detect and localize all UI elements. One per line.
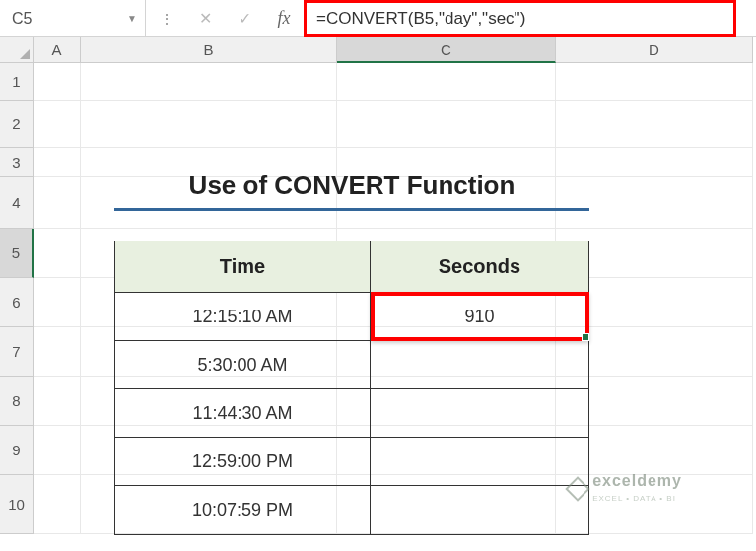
row-header-4[interactable]: 4 (0, 177, 34, 229)
watermark-brand: exceldemy (592, 473, 682, 489)
row-header-1[interactable]: 1 (0, 63, 34, 101)
cell-D1[interactable] (556, 63, 753, 101)
row-header-2[interactable]: 2 (0, 101, 34, 148)
formula-bar-buttons: ⋮ ✕ ✓ fx (146, 0, 304, 37)
row-header-3[interactable]: 3 (0, 148, 34, 177)
row-header-8[interactable]: 8 (0, 377, 34, 426)
cell-A5[interactable] (34, 229, 81, 278)
spreadsheet-grid: 12345678910 ABCD Use of CONVERT Function… (0, 37, 756, 534)
cancel-icon[interactable]: ✕ (185, 0, 225, 37)
watermark-tagline: EXCEL • DATA • BI (592, 494, 676, 503)
row-headers: 12345678910 (0, 63, 34, 534)
cell-C6[interactable] (337, 278, 556, 327)
row-header-9[interactable]: 9 (0, 426, 34, 475)
cell-C9[interactable] (337, 426, 556, 475)
cell-B9[interactable] (81, 426, 337, 475)
cell-B8[interactable] (81, 377, 337, 426)
cell-D4[interactable] (556, 177, 753, 229)
fx-icon[interactable]: fx (264, 0, 304, 37)
cell-B10[interactable] (81, 475, 337, 534)
cell-A7[interactable] (34, 327, 81, 377)
cell-A3[interactable] (34, 148, 81, 177)
column-header-A[interactable]: A (34, 37, 81, 63)
cell-B3[interactable] (81, 148, 337, 177)
cell-A6[interactable] (34, 278, 81, 327)
cell-B1[interactable] (81, 63, 337, 101)
cell-C5[interactable] (337, 229, 556, 278)
cell-A4[interactable] (34, 177, 81, 229)
select-all-corner[interactable] (0, 37, 34, 63)
enter-icon[interactable]: ✓ (225, 0, 264, 37)
formula-text: =CONVERT(B5,"day","sec") (316, 9, 525, 29)
cell-C3[interactable] (337, 148, 556, 177)
cell-A2[interactable] (34, 101, 81, 148)
cell-D5[interactable] (556, 229, 753, 278)
cell-D2[interactable] (556, 101, 753, 148)
cell-A1[interactable] (34, 63, 81, 101)
cell-D8[interactable] (556, 377, 753, 426)
row-header-5[interactable]: 5 (0, 229, 34, 278)
cell-B6[interactable] (81, 278, 337, 327)
cell-B2[interactable] (81, 101, 337, 148)
cell-A8[interactable] (34, 377, 81, 426)
row-header-10[interactable]: 10 (0, 475, 34, 534)
chevron-down-icon[interactable]: ▼ (127, 13, 137, 24)
cell-D9[interactable] (556, 426, 753, 475)
cell-C1[interactable] (337, 63, 556, 101)
cell-C10[interactable] (337, 475, 556, 534)
logo-icon (565, 476, 589, 501)
cell-B7[interactable] (81, 327, 337, 377)
cell-D7[interactable] (556, 327, 753, 377)
column-header-D[interactable]: D (556, 37, 753, 63)
watermark: exceldemy EXCEL • DATA • BI (569, 473, 682, 504)
name-box[interactable]: C5 ▼ (0, 0, 146, 37)
column-header-B[interactable]: B (81, 37, 337, 63)
cell-C4[interactable] (337, 177, 556, 229)
row-header-6[interactable]: 6 (0, 278, 34, 327)
formula-bar: C5 ▼ ⋮ ✕ ✓ fx =CONVERT(B5,"day","sec") (0, 0, 756, 37)
cell-D6[interactable] (556, 278, 753, 327)
cell-B4[interactable] (81, 177, 337, 229)
column-headers: ABCD (34, 37, 756, 63)
row-header-7[interactable]: 7 (0, 327, 34, 377)
formula-input[interactable]: =CONVERT(B5,"day","sec") (304, 0, 736, 37)
cell-A10[interactable] (34, 475, 81, 534)
cell-D3[interactable] (556, 148, 753, 177)
cell-C8[interactable] (337, 377, 556, 426)
cell-A9[interactable] (34, 426, 81, 475)
cell-C2[interactable] (337, 101, 556, 148)
cells-area[interactable]: Use of CONVERT Function Time Seconds 12:… (34, 63, 756, 534)
cell-C7[interactable] (337, 327, 556, 377)
column-header-C[interactable]: C (337, 37, 556, 63)
name-box-value: C5 (12, 10, 32, 28)
cell-B5[interactable] (81, 229, 337, 278)
more-icon[interactable]: ⋮ (146, 0, 185, 37)
